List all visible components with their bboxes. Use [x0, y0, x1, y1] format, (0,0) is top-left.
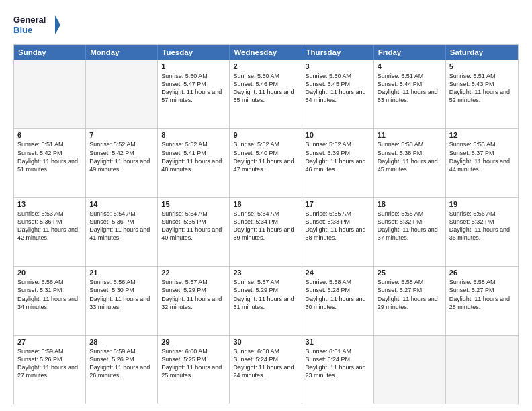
day-cell-29: 29Sunrise: 6:00 AM Sunset: 5:25 PM Dayli… — [158, 336, 230, 404]
calendar-row-0: 1Sunrise: 5:50 AM Sunset: 5:47 PM Daylig… — [14, 60, 518, 128]
calendar-header: SundayMondayTuesdayWednesdayThursdayFrid… — [14, 45, 518, 60]
day-cell-8: 8Sunrise: 5:52 AM Sunset: 5:41 PM Daylig… — [158, 129, 230, 197]
day-number: 8 — [161, 131, 226, 139]
empty-cell — [374, 336, 446, 404]
logo: General Blue — [13, 12, 60, 38]
day-number: 2 — [233, 62, 298, 71]
header-day-saturday: Saturday — [446, 45, 518, 60]
day-info: Sunrise: 6:00 AM Sunset: 5:25 PM Dayligh… — [161, 347, 226, 380]
calendar-row-3: 20Sunrise: 5:56 AM Sunset: 5:31 PM Dayli… — [14, 266, 518, 334]
empty-cell — [14, 60, 86, 128]
day-number: 5 — [449, 62, 515, 71]
day-info: Sunrise: 5:58 AM Sunset: 5:28 PM Dayligh… — [306, 278, 370, 311]
day-info: Sunrise: 5:56 AM Sunset: 5:32 PM Dayligh… — [449, 210, 515, 242]
day-number: 31 — [306, 338, 370, 346]
day-cell-20: 20Sunrise: 5:56 AM Sunset: 5:31 PM Dayli… — [14, 267, 86, 334]
day-cell-9: 9Sunrise: 5:52 AM Sunset: 5:40 PM Daylig… — [230, 129, 302, 197]
day-info: Sunrise: 5:53 AM Sunset: 5:36 PM Dayligh… — [17, 210, 82, 242]
day-number: 17 — [306, 200, 370, 208]
day-number: 15 — [161, 200, 226, 208]
day-cell-21: 21Sunrise: 5:56 AM Sunset: 5:30 PM Dayli… — [86, 267, 158, 334]
day-info: Sunrise: 5:57 AM Sunset: 5:29 PM Dayligh… — [233, 278, 298, 311]
day-cell-18: 18Sunrise: 5:55 AM Sunset: 5:32 PM Dayli… — [374, 198, 446, 266]
day-info: Sunrise: 5:58 AM Sunset: 5:27 PM Dayligh… — [378, 278, 442, 311]
day-number: 6 — [17, 131, 82, 139]
day-info: Sunrise: 5:52 AM Sunset: 5:42 PM Dayligh… — [89, 140, 154, 173]
day-cell-26: 26Sunrise: 5:58 AM Sunset: 5:27 PM Dayli… — [446, 267, 518, 334]
day-info: Sunrise: 5:59 AM Sunset: 5:26 PM Dayligh… — [89, 347, 154, 380]
day-info: Sunrise: 5:52 AM Sunset: 5:40 PM Dayligh… — [233, 140, 298, 173]
day-cell-16: 16Sunrise: 5:54 AM Sunset: 5:34 PM Dayli… — [230, 198, 302, 266]
day-cell-22: 22Sunrise: 5:57 AM Sunset: 5:29 PM Dayli… — [158, 267, 230, 334]
day-number: 13 — [17, 200, 82, 208]
calendar-body: 1Sunrise: 5:50 AM Sunset: 5:47 PM Daylig… — [14, 60, 518, 404]
day-cell-13: 13Sunrise: 5:53 AM Sunset: 5:36 PM Dayli… — [14, 198, 86, 266]
day-info: Sunrise: 5:56 AM Sunset: 5:30 PM Dayligh… — [89, 278, 154, 311]
day-cell-19: 19Sunrise: 5:56 AM Sunset: 5:32 PM Dayli… — [446, 198, 518, 266]
empty-cell — [86, 60, 158, 128]
day-number: 18 — [378, 200, 442, 208]
header: General Blue — [13, 12, 519, 38]
logo-svg: General Blue — [13, 12, 60, 38]
day-number: 27 — [17, 338, 82, 346]
day-info: Sunrise: 5:51 AM Sunset: 5:44 PM Dayligh… — [378, 72, 442, 105]
day-info: Sunrise: 5:52 AM Sunset: 5:41 PM Dayligh… — [161, 140, 226, 173]
day-number: 20 — [17, 269, 82, 277]
day-info: Sunrise: 5:50 AM Sunset: 5:47 PM Dayligh… — [161, 72, 226, 105]
day-info: Sunrise: 5:54 AM Sunset: 5:34 PM Dayligh… — [233, 210, 298, 242]
day-info: Sunrise: 5:52 AM Sunset: 5:39 PM Dayligh… — [306, 140, 370, 173]
day-cell-7: 7Sunrise: 5:52 AM Sunset: 5:42 PM Daylig… — [86, 129, 158, 197]
day-info: Sunrise: 5:50 AM Sunset: 5:46 PM Dayligh… — [233, 72, 298, 105]
calendar-row-2: 13Sunrise: 5:53 AM Sunset: 5:36 PM Dayli… — [14, 197, 518, 266]
day-number: 10 — [306, 131, 370, 139]
day-info: Sunrise: 5:56 AM Sunset: 5:31 PM Dayligh… — [17, 278, 82, 311]
day-number: 30 — [233, 338, 298, 346]
calendar: SundayMondayTuesdayWednesdayThursdayFrid… — [13, 44, 519, 404]
day-cell-28: 28Sunrise: 5:59 AM Sunset: 5:26 PM Dayli… — [86, 336, 158, 404]
svg-text:Blue: Blue — [13, 25, 32, 35]
day-info: Sunrise: 5:54 AM Sunset: 5:36 PM Dayligh… — [89, 210, 154, 242]
day-cell-15: 15Sunrise: 5:54 AM Sunset: 5:35 PM Dayli… — [158, 198, 230, 266]
day-number: 14 — [89, 200, 154, 208]
day-info: Sunrise: 5:51 AM Sunset: 5:42 PM Dayligh… — [17, 140, 82, 173]
day-cell-31: 31Sunrise: 6:01 AM Sunset: 5:24 PM Dayli… — [302, 336, 374, 404]
header-day-thursday: Thursday — [302, 45, 374, 60]
day-cell-24: 24Sunrise: 5:58 AM Sunset: 5:28 PM Dayli… — [302, 267, 374, 334]
day-number: 24 — [306, 269, 370, 277]
day-number: 1 — [161, 62, 226, 71]
day-number: 25 — [378, 269, 442, 277]
day-cell-23: 23Sunrise: 5:57 AM Sunset: 5:29 PM Dayli… — [230, 267, 302, 334]
day-info: Sunrise: 5:59 AM Sunset: 5:26 PM Dayligh… — [17, 347, 82, 380]
day-info: Sunrise: 5:54 AM Sunset: 5:35 PM Dayligh… — [161, 210, 226, 242]
day-number: 12 — [449, 131, 515, 139]
day-info: Sunrise: 5:58 AM Sunset: 5:27 PM Dayligh… — [449, 278, 515, 311]
day-cell-25: 25Sunrise: 5:58 AM Sunset: 5:27 PM Dayli… — [374, 267, 446, 334]
day-info: Sunrise: 5:53 AM Sunset: 5:38 PM Dayligh… — [378, 140, 442, 173]
day-cell-27: 27Sunrise: 5:59 AM Sunset: 5:26 PM Dayli… — [14, 336, 86, 404]
day-number: 21 — [89, 269, 154, 277]
day-info: Sunrise: 5:53 AM Sunset: 5:37 PM Dayligh… — [449, 140, 515, 173]
day-number: 19 — [449, 200, 515, 208]
day-info: Sunrise: 6:00 AM Sunset: 5:24 PM Dayligh… — [233, 347, 298, 380]
day-number: 4 — [378, 62, 442, 71]
day-info: Sunrise: 6:01 AM Sunset: 5:24 PM Dayligh… — [306, 347, 370, 380]
day-cell-6: 6Sunrise: 5:51 AM Sunset: 5:42 PM Daylig… — [14, 129, 86, 197]
day-number: 11 — [378, 131, 442, 139]
day-info: Sunrise: 5:57 AM Sunset: 5:29 PM Dayligh… — [161, 278, 226, 311]
page: General Blue SundayMondayTuesdayWednesda… — [0, 0, 532, 411]
day-number: 7 — [89, 131, 154, 139]
calendar-row-4: 27Sunrise: 5:59 AM Sunset: 5:26 PM Dayli… — [14, 335, 518, 404]
day-number: 29 — [161, 338, 226, 346]
day-info: Sunrise: 5:50 AM Sunset: 5:45 PM Dayligh… — [306, 72, 370, 105]
day-cell-12: 12Sunrise: 5:53 AM Sunset: 5:37 PM Dayli… — [446, 129, 518, 197]
header-day-sunday: Sunday — [14, 45, 86, 60]
day-cell-11: 11Sunrise: 5:53 AM Sunset: 5:38 PM Dayli… — [374, 129, 446, 197]
day-number: 3 — [306, 62, 370, 71]
svg-text:General: General — [13, 15, 46, 25]
day-cell-1: 1Sunrise: 5:50 AM Sunset: 5:47 PM Daylig… — [158, 60, 230, 128]
header-day-friday: Friday — [374, 45, 446, 60]
day-cell-30: 30Sunrise: 6:00 AM Sunset: 5:24 PM Dayli… — [230, 336, 302, 404]
day-cell-3: 3Sunrise: 5:50 AM Sunset: 5:45 PM Daylig… — [302, 60, 374, 128]
day-number: 23 — [233, 269, 298, 277]
day-number: 9 — [233, 131, 298, 139]
